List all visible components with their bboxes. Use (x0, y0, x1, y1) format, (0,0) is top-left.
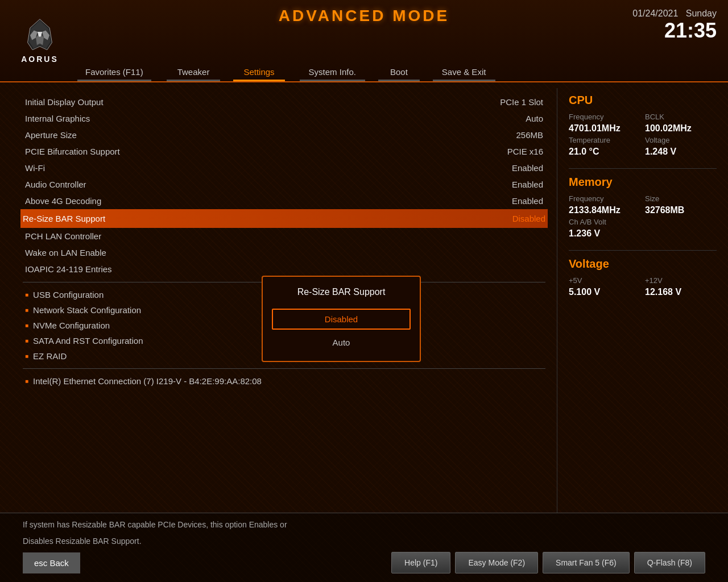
mem-size-label: Size (645, 194, 717, 203)
submenu-ethernet[interactable]: ■ Intel(R) Ethernet Connection (7) I219-… (23, 373, 545, 389)
cpu-bclk-label: BCLK (645, 113, 717, 121)
v12-value: 12.168 V (645, 287, 717, 297)
memory-section: Memory Frequency Size 2133.84MHz 32768MB… (569, 176, 717, 239)
help-text-line1: If system has Resizable BAR capable PCIe… (23, 519, 705, 531)
setting-wake-on-lan[interactable]: Wake on LAN Enable (23, 244, 545, 261)
memory-grid: Frequency Size 2133.84MHz 32768MB Ch A/B… (569, 194, 717, 239)
page-title: ADVANCED MODE (279, 7, 449, 25)
tab-tweaker[interactable]: Tweaker (160, 63, 227, 81)
v5-label: +5V (569, 276, 640, 285)
tab-sysinfo[interactable]: System Info. (292, 63, 373, 81)
main-window: AORUS ADVANCED MODE 01/24/2021 Sunday 21… (0, 0, 728, 582)
logo-text: AORUS (21, 55, 59, 64)
nav-tabs: Favorites (F11) Tweaker Settings System … (68, 63, 614, 81)
cpu-freq-value: 4701.01MHz (569, 123, 640, 134)
bullet-icon: ■ (25, 353, 28, 359)
tab-boot[interactable]: Boot (373, 63, 425, 81)
v12-label: +12V (645, 276, 717, 285)
smart-fan-button[interactable]: Smart Fan 5 (F6) (543, 552, 630, 573)
help-button[interactable]: Help (F1) (391, 552, 450, 573)
voltage-grid: +5V +12V 5.100 V 12.168 V (569, 276, 717, 297)
v5-value: 5.100 V (569, 287, 640, 297)
bullet-icon: ■ (25, 292, 28, 298)
bullet-icon: ■ (25, 338, 28, 344)
cpu-title: CPU (569, 94, 717, 107)
voltage-title: Voltage (569, 257, 717, 271)
memory-divider (569, 250, 717, 251)
separator-2 (23, 368, 545, 369)
help-text-line2: Disables Resizable BAR Support. (23, 535, 705, 547)
tab-settings[interactable]: Settings (226, 63, 291, 81)
setting-ioapic[interactable]: IOAPIC 24-119 Entries (23, 261, 545, 277)
bullet-icon: ■ (25, 378, 28, 384)
mem-freq-value: 2133.84MHz (569, 205, 640, 215)
cpu-bclk-value: 100.02MHz (645, 123, 717, 134)
cpu-grid: Frequency BCLK 4701.01MHz 100.02MHz Temp… (569, 113, 717, 157)
mem-chvolt-label: Ch A/B Volt (569, 218, 717, 226)
esc-back-button[interactable]: esc Back (23, 552, 80, 573)
cpu-volt-label: Voltage (645, 136, 717, 144)
memory-title: Memory (569, 176, 717, 189)
tab-favorites[interactable]: Favorites (F11) (68, 63, 160, 81)
setting-initial-display[interactable]: Initial Display Output PCIe 1 Slot (23, 94, 545, 110)
cpu-volt-value: 1.248 V (645, 147, 717, 157)
cpu-divider (569, 168, 717, 169)
voltage-section: Voltage +5V +12V 5.100 V 12.168 V (569, 257, 717, 297)
setting-aperture-size[interactable]: Aperture Size 256MB (23, 127, 545, 143)
cpu-temp-label: Temperature (569, 136, 640, 144)
mem-freq-label: Frequency (569, 194, 640, 203)
aorus-wolf-icon (23, 18, 57, 52)
setting-audio-controller[interactable]: Audio Controller Enabled (23, 176, 545, 193)
setting-internal-graphics[interactable]: Internal Graphics Auto (23, 110, 545, 127)
footer-buttons: esc Back Help (F1) Easy Mode (F2) Smart … (23, 552, 705, 573)
settings-list: Initial Display Output PCIe 1 Slot Inter… (23, 94, 545, 277)
time-display: 21:35 (632, 19, 717, 43)
footer: If system has Resizable BAR capable PCIe… (0, 513, 728, 582)
date-display: 01/24/2021 Sunday (632, 9, 717, 19)
resize-bar-dropdown: Re-Size BAR Support Disabled Auto (262, 276, 421, 362)
bullet-icon: ■ (25, 307, 28, 313)
header: AORUS ADVANCED MODE 01/24/2021 Sunday 21… (0, 0, 728, 82)
logo-area: AORUS (11, 18, 68, 64)
cpu-temp-value: 21.0 °C (569, 147, 640, 157)
cpu-section: CPU Frequency BCLK 4701.01MHz 100.02MHz … (569, 94, 717, 157)
info-panel: CPU Frequency BCLK 4701.01MHz 100.02MHz … (557, 88, 728, 513)
tab-save-exit[interactable]: Save & Exit (425, 63, 503, 81)
setting-above-4g[interactable]: Above 4G Decoding Enabled (23, 193, 545, 209)
easy-mode-button[interactable]: Easy Mode (F2) (455, 552, 538, 573)
dropdown-option-disabled[interactable]: Disabled (272, 309, 411, 330)
setting-pcie-bifurcation[interactable]: PCIE Bifurcation Support PCIE x16 (23, 143, 545, 160)
dropdown-title: Re-Size BAR Support (263, 282, 420, 305)
cpu-freq-label: Frequency (569, 113, 640, 121)
mem-size-value: 32768MB (645, 205, 717, 215)
mem-chvolt-value: 1.236 V (569, 228, 717, 239)
qflash-button[interactable]: Q-Flash (F8) (634, 552, 705, 573)
setting-resize-bar[interactable]: Re-Size BAR Support Disabled (20, 209, 548, 228)
setting-pch-lan[interactable]: PCH LAN Controller (23, 228, 545, 244)
setting-wifi[interactable]: Wi-Fi Enabled (23, 160, 545, 176)
datetime-display: 01/24/2021 Sunday 21:35 (632, 9, 717, 43)
main-content: Initial Display Output PCIe 1 Slot Inter… (0, 82, 728, 513)
bullet-icon: ■ (25, 322, 28, 329)
dropdown-option-auto[interactable]: Auto (272, 333, 411, 352)
